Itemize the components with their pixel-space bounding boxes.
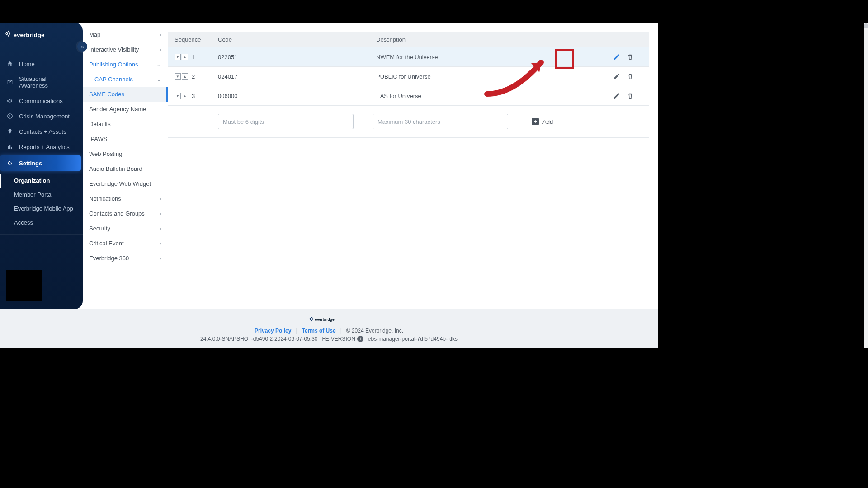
chart-icon bbox=[6, 143, 14, 150]
code-value: 022051 bbox=[218, 54, 376, 61]
nav-label: Settings bbox=[19, 160, 42, 167]
s2-ipaws[interactable]: IPAWS bbox=[83, 131, 168, 146]
info-icon[interactable]: i bbox=[357, 336, 363, 342]
move-up-button[interactable]: ▲ bbox=[182, 54, 188, 60]
subnav-member-portal[interactable]: Member Portal bbox=[0, 188, 83, 202]
subnav-access[interactable]: Access bbox=[0, 216, 83, 230]
svg-rect-2 bbox=[8, 146, 9, 149]
delete-button[interactable] bbox=[626, 53, 634, 61]
move-down-button[interactable]: ▼ bbox=[175, 54, 181, 60]
edit-button[interactable] bbox=[613, 72, 621, 80]
main-content: Sequence Code Description ▼▲1 022051 NWE… bbox=[168, 23, 658, 309]
secondary-sidebar: Map› Interactive Visibility› Publishing … bbox=[83, 23, 168, 309]
pin-icon bbox=[6, 128, 14, 135]
svg-rect-3 bbox=[9, 145, 10, 149]
plus-icon: + bbox=[532, 118, 539, 125]
chevron-down-icon: ⌄ bbox=[156, 76, 161, 83]
nav-reports-analytics[interactable]: Reports + Analytics bbox=[0, 139, 83, 155]
svg-text:everbridge: everbridge bbox=[315, 317, 334, 322]
nav-contacts-assets[interactable]: Contacts + Assets bbox=[0, 124, 83, 139]
desc-value: PUBLIC for Universe bbox=[376, 73, 558, 80]
nav-label: Situational Awareness bbox=[19, 75, 76, 89]
s2-everbridge-360[interactable]: Everbridge 360› bbox=[83, 251, 168, 266]
nav-communications[interactable]: Communications bbox=[0, 93, 83, 108]
nav-label: Communications bbox=[19, 98, 63, 104]
nav-situational-awareness[interactable]: Situational Awareness bbox=[0, 71, 83, 93]
s2-label: Contacts and Groups bbox=[89, 210, 145, 217]
scroll-thumb[interactable] bbox=[864, 23, 868, 28]
seq-value: 3 bbox=[192, 93, 195, 99]
nav-label: Home bbox=[19, 61, 35, 67]
move-down-button[interactable]: ▼ bbox=[175, 73, 181, 80]
s2-same-codes[interactable]: SAME Codes bbox=[83, 87, 168, 102]
move-down-button[interactable]: ▼ bbox=[175, 93, 181, 99]
s2-defaults[interactable]: Defaults bbox=[83, 117, 168, 131]
delete-button[interactable] bbox=[626, 92, 634, 100]
s2-sender-agency-name[interactable]: Sender Agency Name bbox=[83, 102, 168, 117]
s2-notifications[interactable]: Notifications› bbox=[83, 191, 168, 206]
s2-interactive-visibility[interactable]: Interactive Visibility› bbox=[83, 42, 168, 57]
s2-critical-event[interactable]: Critical Event› bbox=[83, 236, 168, 251]
nav-label: Crisis Management bbox=[19, 113, 70, 120]
chevron-right-icon: › bbox=[160, 31, 161, 38]
delete-button[interactable] bbox=[626, 72, 634, 80]
s2-publishing-options[interactable]: Publishing Options⌄ bbox=[83, 57, 168, 72]
code-input[interactable] bbox=[218, 114, 354, 129]
s2-label: CAP Channels bbox=[94, 76, 133, 83]
s2-security[interactable]: Security› bbox=[83, 221, 168, 236]
collapse-sidebar-button[interactable]: « bbox=[77, 42, 87, 52]
s2-everbridge-web-widget[interactable]: Everbridge Web Widget bbox=[83, 176, 168, 191]
s2-label: Publishing Options bbox=[89, 61, 138, 68]
desc-value: NWEM for the Universe bbox=[376, 54, 558, 61]
footer-logo: everbridge bbox=[309, 315, 349, 326]
chevron-right-icon: › bbox=[160, 225, 161, 232]
chevron-right-icon: › bbox=[160, 240, 161, 247]
code-value: 006000 bbox=[218, 93, 376, 99]
col-sequence: Sequence bbox=[168, 36, 218, 43]
chevron-down-icon: ⌄ bbox=[156, 61, 161, 68]
edit-button[interactable] bbox=[613, 92, 621, 100]
s2-cap-channels[interactable]: CAP Channels⌄ bbox=[83, 72, 168, 87]
desc-value: EAS for Universe bbox=[376, 93, 558, 99]
terms-link[interactable]: Terms of Use bbox=[302, 328, 336, 334]
s2-web-posting[interactable]: Web Posting bbox=[83, 146, 168, 161]
svg-text:everbridge: everbridge bbox=[14, 32, 45, 38]
s2-audio-bulletin-board[interactable]: Audio Bulletin Board bbox=[83, 161, 168, 176]
svg-rect-4 bbox=[11, 147, 12, 149]
move-up-button[interactable]: ▲ bbox=[182, 73, 188, 80]
edit-button[interactable] bbox=[613, 53, 621, 61]
table-row: ▼▲1 022051 NWEM for the Universe bbox=[168, 47, 649, 67]
copyright: © 2024 Everbridge, Inc. bbox=[346, 328, 403, 334]
nav-home[interactable]: Home bbox=[0, 56, 83, 71]
s2-label: Security bbox=[89, 225, 110, 232]
home-icon bbox=[6, 60, 14, 67]
nav-crisis-management[interactable]: Crisis Management bbox=[0, 108, 83, 124]
s2-label: Critical Event bbox=[89, 240, 124, 247]
nav-label: Contacts + Assets bbox=[19, 128, 66, 135]
s2-label: Interactive Visibility bbox=[89, 46, 139, 53]
gear-icon bbox=[6, 160, 14, 167]
subnav-organization[interactable]: Organization bbox=[0, 174, 83, 188]
chevron-right-icon: › bbox=[160, 255, 161, 262]
megaphone-icon bbox=[6, 97, 14, 104]
redacted-box bbox=[6, 270, 42, 301]
subnav-mobile-app[interactable]: Everbridge Mobile App bbox=[0, 202, 83, 216]
chevron-right-icon: › bbox=[160, 195, 161, 202]
code-value: 024017 bbox=[218, 73, 376, 80]
add-button[interactable]: +Add bbox=[532, 118, 553, 125]
add-row: +Add bbox=[168, 106, 649, 138]
add-label: Add bbox=[542, 118, 553, 125]
host-id: ebs-manager-portal-7df57d494b-rtlks bbox=[368, 336, 458, 342]
nav-label: Reports + Analytics bbox=[19, 144, 70, 150]
s2-label: Map bbox=[89, 31, 100, 38]
scrollbar[interactable] bbox=[864, 23, 868, 348]
table-row: ▼▲2 024017 PUBLIC for Universe bbox=[168, 67, 649, 86]
privacy-link[interactable]: Privacy Policy bbox=[255, 328, 291, 334]
s2-map[interactable]: Map› bbox=[83, 27, 168, 42]
s2-contacts-groups[interactable]: Contacts and Groups› bbox=[83, 206, 168, 221]
nav-settings[interactable]: Settings bbox=[0, 155, 81, 171]
move-up-button[interactable]: ▲ bbox=[182, 93, 188, 99]
build-version: 24.4.0.0-SNAPSHOT-d5490f2-2024-06-07-05:… bbox=[200, 336, 318, 342]
alert-icon bbox=[6, 113, 14, 120]
description-input[interactable] bbox=[373, 114, 508, 129]
